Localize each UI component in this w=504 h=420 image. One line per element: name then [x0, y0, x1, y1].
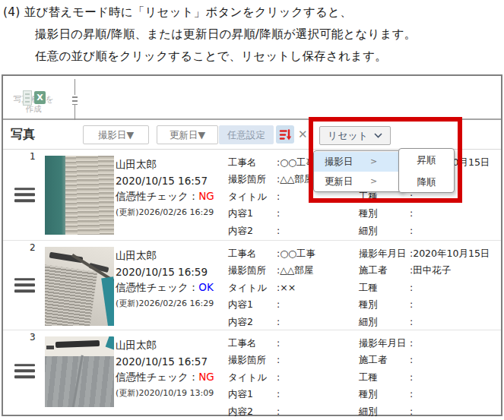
credibility-check: 信憑性チェック：NG	[116, 190, 228, 204]
close-icon[interactable]: ✕	[298, 127, 308, 142]
status-badge: NG	[198, 371, 214, 383]
create-photo-report-label: 写真帳票を 作成	[11, 94, 56, 113]
photo-list-header: 写真 撮影日▼ 更新日▼ 任意設定 ✕	[3, 120, 501, 150]
photo-number: 2	[30, 242, 36, 253]
sort-descending-icon[interactable]	[276, 125, 294, 144]
photographer-name: 山田太郎	[116, 249, 228, 263]
annotation-line-3: 任意の並び順をクリックすることで、リセットし保存されます。	[35, 49, 387, 65]
photo-fields-right: 撮影年月日:2020年10月15日 施工者:田中花子 工種: 種別: 細別:	[359, 245, 502, 330]
sort-by-update-date-button[interactable]: 更新日▼	[157, 125, 218, 144]
menu-item-ascending[interactable]: 昇順	[399, 149, 454, 171]
photographer-name: 山田太郎	[116, 339, 228, 352]
chevron-down-icon	[374, 133, 382, 138]
annotation-line-2: 撮影日の昇順/降順、または更新日の昇順/降順が選択可能となります。	[35, 27, 417, 43]
sort-custom-button[interactable]: 任意設定	[219, 125, 274, 144]
drag-handle-icon[interactable]	[14, 364, 35, 379]
shoot-datetime: 2020/10/15 16:59	[116, 266, 228, 278]
chevron-right-icon: >	[370, 152, 377, 172]
photo-info: 山田太郎 2020/10/15 16:57 信憑性チェック：NG (更新)202…	[116, 339, 228, 399]
reset-dropdown-menu: 撮影日 > 更新日 >	[313, 150, 404, 192]
update-datetime: (更新)2026/02/26 16:29	[116, 207, 228, 218]
shoot-datetime: 2020/10/15 16:57	[116, 175, 228, 187]
menu-item-shoot-date[interactable]: 撮影日 >	[314, 152, 403, 172]
photo-info: 山田太郎 2020/10/15 16:59 信憑性チェック：OK (更新)202…	[116, 249, 228, 309]
drag-handle-icon[interactable]	[14, 188, 35, 203]
credibility-check: 信憑性チェック：OK	[116, 281, 228, 295]
chevron-right-icon: >	[370, 172, 377, 191]
toolbar: X 写真帳票を 作成 写真属性の 管理	[3, 76, 501, 120]
app-window: X 写真帳票を 作成 写真属性の 管理 写真 撮影日	[2, 74, 502, 416]
annotation-line-1: (4) 並び替えモード時に「リセット」ボタンをクリックすると、	[3, 5, 352, 21]
shoot-datetime: 2020/10/15 16:57	[116, 355, 228, 368]
section-title: 写真	[11, 127, 35, 143]
document-icon	[70, 80, 80, 119]
menu-item-descending[interactable]: 降順	[399, 171, 454, 193]
update-datetime: (更新)2020/10/19 13:09	[116, 387, 228, 399]
photo-row-3: 3 山田太郎 2020/10/15 16:57 信憑性チェック：NG (更新)2…	[3, 330, 501, 412]
credibility-check: 信憑性チェック：NG	[116, 371, 228, 384]
menu-item-update-date[interactable]: 更新日 >	[314, 172, 403, 191]
photo-thumbnail[interactable]	[45, 336, 114, 407]
photo-number: 3	[30, 332, 36, 343]
sort-order-submenu: 昇順 降順	[398, 148, 455, 193]
photo-thumbnail[interactable]	[45, 247, 114, 326]
photo-fields-right: 撮影年月日: 施工者: 工種: 種別: 細別:	[359, 335, 502, 420]
status-badge: OK	[198, 281, 213, 293]
photo-fields-left: 工事名: 撮影箇所: タイトル: 内容1: 内容2:	[228, 335, 357, 420]
photo-row-2: 2 山田太郎 2020/10/15 16:59 信憑性チェック：OK (更新)2…	[3, 240, 501, 330]
photo-fields-left: 工事名:○○工事 撮影箇所:△△部屋 タイトル:×× 内容1: 内容2:	[228, 245, 357, 330]
screenshot-canvas: (4) 並び替えモード時に「リセット」ボタンをクリックすると、 撮影日の昇順/降…	[0, 0, 504, 420]
reset-button[interactable]: リセット	[319, 126, 391, 145]
drag-handle-icon[interactable]	[14, 278, 35, 293]
sort-by-shoot-date-button[interactable]: 撮影日▼	[83, 125, 149, 144]
status-badge: NG	[198, 190, 214, 202]
photo-number: 1	[30, 151, 36, 162]
update-datetime: (更新)2026/02/26 16:29	[116, 298, 228, 309]
photographer-name: 山田太郎	[116, 158, 228, 172]
photo-info: 山田太郎 2020/10/15 16:57 信憑性チェック：NG (更新)202…	[116, 158, 228, 218]
create-photo-report-button[interactable]: X 写真帳票を 作成	[11, 80, 56, 113]
photo-thumbnail[interactable]	[45, 156, 114, 235]
